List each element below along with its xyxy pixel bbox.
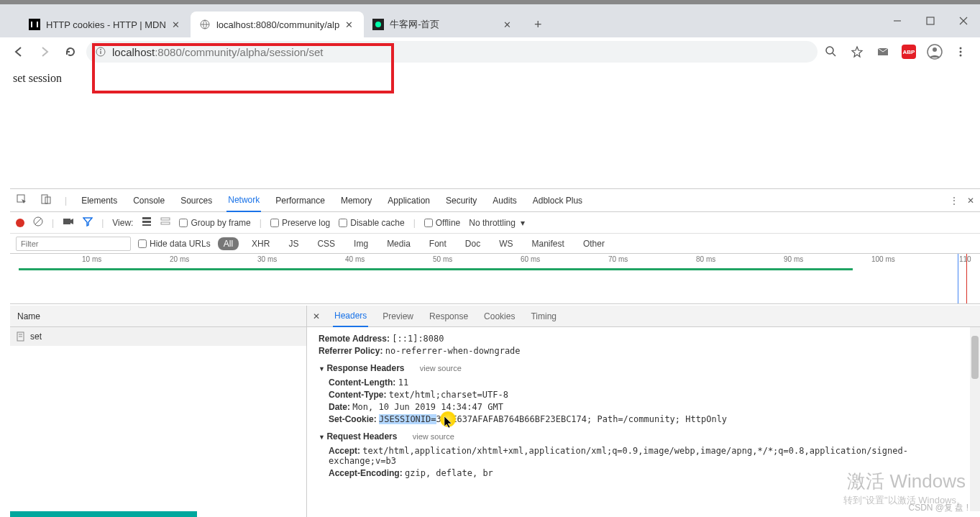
set-cookie-label: Set-Cookie:: [329, 414, 377, 424]
response-headers-section[interactable]: Response Headers: [319, 363, 404, 373]
filter-input[interactable]: [16, 237, 131, 251]
view-large-icon[interactable]: [142, 216, 152, 229]
inspect-icon[interactable]: [16, 193, 27, 207]
date-value: Mon, 10 Jun 2019 14:34:47 GMT: [352, 402, 503, 412]
devtools-tab-sources[interactable]: Sources: [179, 190, 214, 211]
close-icon[interactable]: ✕: [172, 19, 182, 29]
globe-favicon-icon: [199, 19, 211, 30]
device-toggle-icon[interactable]: [40, 193, 52, 207]
filter-type-css[interactable]: CSS: [311, 237, 341, 250]
svg-point-17: [933, 47, 937, 52]
devtools-panel: | Elements Console Sources Network Perfo…: [10, 188, 980, 517]
details-tab-response[interactable]: Response: [428, 306, 470, 326]
request-row[interactable]: set: [10, 327, 306, 346]
devtools-tab-audits[interactable]: Audits: [491, 190, 518, 211]
details-tab-headers[interactable]: Headers: [333, 306, 368, 327]
browser-tab-strip: HTTP cookies - HTTP | MDN ✕ localhost:80…: [0, 0, 980, 37]
filter-type-xhr[interactable]: XHR: [246, 237, 275, 250]
throttling-select[interactable]: No throttling ▾: [469, 218, 524, 228]
address-bar[interactable]: localhost:8080/community/alpha/session/s…: [86, 41, 818, 63]
devtools-tab-console[interactable]: Console: [132, 190, 166, 211]
content-length-value: 11: [398, 378, 408, 388]
close-icon[interactable]: ✕: [345, 19, 355, 29]
request-name: set: [30, 331, 42, 342]
group-by-frame-checkbox[interactable]: Group by frame: [179, 218, 250, 228]
devtools-tab-performance[interactable]: Performance: [274, 190, 326, 211]
details-tab-timing[interactable]: Timing: [529, 306, 558, 326]
record-button[interactable]: [16, 219, 24, 227]
scrollbar[interactable]: [970, 327, 980, 511]
filter-type-manifest[interactable]: Manifest: [526, 237, 570, 250]
details-tab-preview[interactable]: Preview: [381, 306, 415, 326]
star-icon[interactable]: [849, 44, 865, 60]
devtools-menu-icon[interactable]: ⋮: [950, 196, 958, 206]
filter-type-font[interactable]: Font: [423, 237, 452, 250]
minimize-button[interactable]: [881, 4, 914, 37]
menu-icon[interactable]: [953, 44, 968, 60]
accept-encoding-value: gzip, deflate, br: [405, 468, 493, 478]
camera-icon[interactable]: [63, 217, 74, 228]
back-button[interactable]: [9, 42, 29, 62]
devtools-main-tabs: | Elements Console Sources Network Perfo…: [10, 189, 980, 212]
profile-icon[interactable]: [927, 44, 943, 60]
devtools-tab-memory[interactable]: Memory: [339, 190, 373, 211]
svg-rect-0: [29, 19, 40, 30]
filter-type-doc[interactable]: Doc: [459, 237, 486, 250]
network-filter-row: Hide data URLs All XHR JS CSS Img Media …: [10, 234, 980, 254]
accept-label: Accept:: [329, 446, 360, 456]
clear-icon[interactable]: [33, 216, 43, 229]
disable-cache-checkbox[interactable]: Disable cache: [339, 218, 404, 228]
mail-icon[interactable]: [875, 44, 891, 60]
view-source-link[interactable]: view source: [413, 432, 454, 441]
filter-type-all[interactable]: All: [218, 237, 239, 250]
devtools-tab-adblock[interactable]: Adblock Plus: [531, 190, 584, 211]
browser-tab-2[interactable]: 牛客网-首页 ✕: [364, 12, 522, 37]
offline-checkbox[interactable]: Offline: [424, 218, 460, 228]
devtools-tab-application[interactable]: Application: [386, 190, 431, 211]
filter-type-other[interactable]: Other: [577, 237, 610, 250]
view-source-link[interactable]: view source: [420, 364, 462, 372]
devtools-tab-elements[interactable]: Elements: [80, 190, 119, 211]
filter-icon[interactable]: [83, 216, 93, 229]
request-headers-section[interactable]: Request Headers: [319, 431, 397, 441]
filter-type-js[interactable]: JS: [283, 237, 304, 250]
svg-line-14: [833, 53, 835, 56]
remote-address-value: [::1]:8080: [392, 334, 444, 344]
tab-title: 牛客网-首页: [390, 18, 498, 31]
network-timeline[interactable]: 10 ms 20 ms 30 ms 40 ms 50 ms 60 ms 70 m…: [10, 254, 980, 304]
reload-button[interactable]: [60, 42, 81, 62]
svg-rect-1: [31, 22, 32, 27]
details-tab-cookies[interactable]: Cookies: [482, 306, 516, 326]
remote-address-label: Remote Address:: [319, 334, 390, 344]
devtools-tab-network[interactable]: Network: [226, 189, 261, 212]
close-icon[interactable]: ✕: [503, 19, 513, 29]
maximize-button[interactable]: [914, 4, 947, 37]
search-icon[interactable]: [823, 44, 839, 60]
status-bar: [10, 511, 197, 517]
close-details-icon[interactable]: ✕: [313, 311, 320, 321]
svg-rect-27: [142, 217, 151, 219]
svg-line-25: [35, 219, 41, 224]
svg-rect-2: [37, 22, 38, 27]
forward-button[interactable]: [35, 42, 55, 62]
filter-type-media[interactable]: Media: [381, 237, 416, 250]
svg-point-20: [960, 55, 962, 57]
svg-rect-31: [161, 222, 170, 224]
svg-point-5: [375, 22, 381, 27]
devtools-tab-security[interactable]: Security: [444, 190, 478, 211]
hide-data-urls-checkbox[interactable]: Hide data URLs: [138, 239, 211, 249]
browser-toolbar: localhost:8080/community/alpha/session/s…: [0, 37, 980, 66]
filter-type-img[interactable]: Img: [348, 237, 374, 250]
devtools-close-icon[interactable]: ✕: [967, 196, 974, 206]
new-tab-button[interactable]: +: [528, 14, 548, 35]
svg-point-19: [960, 51, 962, 53]
browser-tab-0[interactable]: HTTP cookies - HTTP | MDN ✕: [20, 12, 191, 37]
name-column-header[interactable]: Name: [10, 306, 306, 327]
adblock-icon[interactable]: ABP: [901, 44, 917, 60]
window-close-button[interactable]: [947, 4, 980, 37]
view-small-icon[interactable]: [160, 216, 170, 229]
tab-title: HTTP cookies - HTTP | MDN: [46, 19, 166, 30]
preserve-log-checkbox[interactable]: Preserve log: [270, 218, 330, 228]
filter-type-ws[interactable]: WS: [493, 237, 518, 250]
browser-tab-1[interactable]: localhost:8080/community/alp ✕: [191, 12, 364, 37]
